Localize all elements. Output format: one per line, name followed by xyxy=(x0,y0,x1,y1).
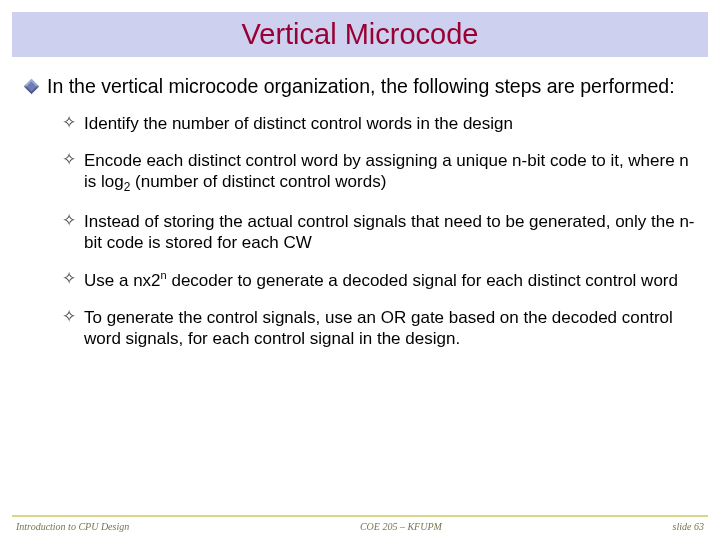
diamond-bullet-icon xyxy=(24,79,40,95)
step-item: ✧ To generate the control signals, use a… xyxy=(62,307,696,349)
slide-title: Vertical Microcode xyxy=(12,18,708,51)
footer-center: COE 205 – KFUPM xyxy=(360,521,442,532)
fleur-bullet-icon: ✧ xyxy=(62,211,76,231)
content-area: In the vertical microcode organization, … xyxy=(12,75,708,515)
intro-text: In the vertical microcode organization, … xyxy=(47,75,675,99)
footer: Introduction to CPU Design COE 205 – KFU… xyxy=(12,515,708,540)
step-text: Instead of storing the actual control si… xyxy=(84,211,696,253)
slide: Vertical Microcode In the vertical micro… xyxy=(0,0,720,540)
step-item: ✧ Use a nx2n decoder to generate a decod… xyxy=(62,269,696,291)
step-text: Identify the number of distinct control … xyxy=(84,113,513,134)
step-text: Encode each distinct control word by ass… xyxy=(84,150,696,195)
step-item: ✧ Identify the number of distinct contro… xyxy=(62,113,696,134)
fleur-bullet-icon: ✧ xyxy=(62,113,76,133)
footer-right: slide 63 xyxy=(673,521,704,532)
title-band: Vertical Microcode xyxy=(12,12,708,57)
intro-item: In the vertical microcode organization, … xyxy=(24,75,696,99)
step-item: ✧ Instead of storing the actual control … xyxy=(62,211,696,253)
fleur-bullet-icon: ✧ xyxy=(62,307,76,327)
step-item: ✧ Encode each distinct control word by a… xyxy=(62,150,696,195)
footer-left: Introduction to CPU Design xyxy=(16,521,129,532)
fleur-bullet-icon: ✧ xyxy=(62,150,76,170)
fleur-bullet-icon: ✧ xyxy=(62,269,76,289)
step-text: To generate the control signals, use an … xyxy=(84,307,696,349)
step-text: Use a nx2n decoder to generate a decoded… xyxy=(84,269,678,291)
